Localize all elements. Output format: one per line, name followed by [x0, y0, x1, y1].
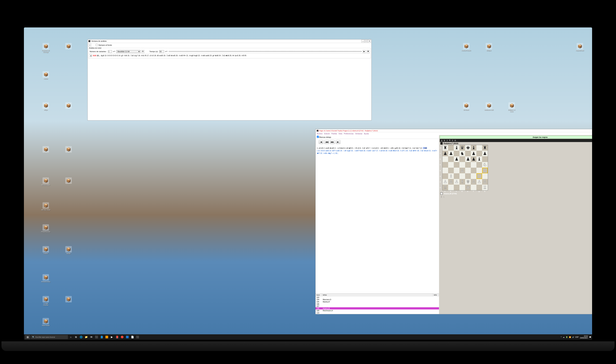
table-header[interactable]: White [322, 294, 433, 296]
desktop-icon[interactable]: 📦PhotoRecover [41, 224, 51, 233]
tray-language[interactable]: ESP [575, 336, 579, 338]
board-square[interactable] [443, 173, 448, 179]
menu-item[interactable]: Vista [339, 133, 342, 135]
board-square[interactable]: ♜ [443, 145, 448, 151]
board-square[interactable] [448, 162, 454, 168]
board-square[interactable] [471, 185, 476, 190]
table-row[interactable]: 109Reichmann,H [315, 310, 439, 312]
desktop-icon[interactable]: 📦 [64, 296, 73, 303]
analysis-window[interactable]: ⬛ Ventana de análisis — ☐ ✕ + Siempre al… [88, 39, 372, 120]
board-square[interactable] [482, 173, 488, 179]
table-header[interactable]: Whit [433, 294, 439, 296]
close-button[interactable]: ✕ [368, 40, 371, 42]
engine-select[interactable]: Stockfish 11 64 [116, 50, 140, 53]
board-square[interactable]: ♛ [459, 145, 465, 151]
desktop-icon[interactable]: 📦Eclipse [484, 43, 494, 51]
taskbar-app[interactable]: 🌐 [79, 335, 83, 339]
table-row[interactable]: 110 [315, 312, 439, 314]
table-row[interactable]: 103 [315, 296, 439, 299]
desktop-icon[interactable]: 📦MediaMonkey [41, 274, 51, 283]
nav-last-button[interactable]: ▶| [336, 140, 340, 144]
desktop-icon[interactable]: 📦Google Chrome [41, 296, 51, 306]
maximize-button[interactable]: ☐ [365, 40, 367, 42]
notifications-icon[interactable]: 💬 [589, 336, 591, 338]
board-square[interactable]: ♟ [482, 151, 488, 156]
board-square[interactable]: ♟ [443, 151, 448, 156]
table-header[interactable]: Num [315, 294, 322, 296]
board-square[interactable] [482, 168, 488, 173]
taskbar-app[interactable]: ▶ [110, 335, 114, 339]
taskbar-app[interactable]: 🔴 [120, 335, 124, 339]
board-square[interactable] [459, 162, 465, 168]
board-square[interactable]: ♙ [448, 179, 454, 184]
board-square[interactable] [448, 156, 454, 162]
taskbar-app[interactable]: 🟧 [105, 335, 109, 339]
whites-below-checkbox[interactable] [317, 136, 319, 138]
menu-item[interactable]: Preferencias [344, 133, 354, 135]
table-row[interactable]: 105Mainka,R [315, 301, 439, 303]
board-square[interactable] [454, 162, 459, 168]
menu-item[interactable]: Ventanas [355, 133, 362, 135]
board-square[interactable]: ♟ [448, 151, 454, 156]
taskbar-app[interactable]: 🟦 [125, 335, 130, 339]
search-box[interactable]: 🔍 Escribe aquí para buscar [31, 335, 68, 339]
board-square[interactable] [443, 168, 448, 173]
board-square[interactable] [448, 145, 454, 151]
board-square[interactable]: ♟ [471, 151, 476, 156]
toggle-icon[interactable]: ▲ [90, 54, 92, 57]
board-square[interactable]: ♖ [443, 185, 448, 190]
taskbar-app[interactable]: 📕 [115, 335, 119, 339]
board-square[interactable]: ♟ [471, 156, 476, 162]
taskbar-app[interactable]: 📁 [84, 335, 88, 339]
board-square[interactable]: ♟ [454, 156, 459, 162]
desktop-icon[interactable]: 📦Wondershare [41, 177, 51, 186]
variants-input[interactable] [108, 50, 112, 53]
board-square[interactable]: ♘ [482, 162, 488, 168]
taskbar-app[interactable]: ⬛ [94, 335, 99, 339]
board-square[interactable]: ♜ [482, 145, 488, 151]
menu-item[interactable]: Archivo [317, 133, 323, 135]
board-square[interactable] [465, 151, 471, 156]
board-square[interactable]: ♕ [465, 179, 471, 184]
board-square[interactable] [476, 168, 482, 173]
desktop-icon[interactable]: 📦Git Bash [461, 102, 471, 111]
board-square[interactable] [448, 168, 454, 173]
desktop-icon[interactable]: 📦Eclipse 4.4 Luna [507, 102, 516, 112]
gear-icon[interactable]: ⚙ [141, 50, 144, 53]
menu-item[interactable]: Partida [331, 133, 337, 135]
board-square[interactable] [443, 162, 448, 168]
board-square[interactable]: ♙ [443, 179, 448, 184]
tray-chevron-icon[interactable]: ^ [561, 336, 562, 338]
nav-next-button[interactable]: ▶▶ [330, 140, 335, 144]
desktop-icon[interactable]: 📦NetBeans IDE [484, 102, 494, 111]
time-input[interactable] [159, 50, 164, 53]
tray-clock[interactable]: 23:52 24/05/2021 [580, 335, 588, 339]
taskbar-app[interactable]: 📄 [130, 335, 135, 339]
desktop-icon[interactable]: 📦 [64, 43, 73, 50]
board-square[interactable] [482, 156, 488, 162]
board-square[interactable]: ♖ [482, 185, 488, 190]
tray-wifi-icon[interactable]: 📶 [569, 336, 571, 338]
desktop-icon[interactable]: 📦Firefox [41, 246, 51, 254]
board-square[interactable] [454, 168, 459, 173]
desktop-icon[interactable]: 📦WD My Cloud [41, 202, 51, 211]
board-square[interactable] [454, 151, 459, 156]
task-view-icon[interactable]: ⧉ [74, 335, 78, 339]
board-square[interactable]: ♙ [459, 168, 465, 173]
desktop-icon[interactable]: 📦 [64, 146, 73, 153]
taskbar-app[interactable]: ⬛ [135, 335, 140, 339]
board-square[interactable]: ♙ [454, 179, 459, 184]
board-square[interactable] [443, 156, 448, 162]
board-square[interactable] [476, 173, 482, 179]
board-square[interactable]: ♝ [471, 145, 476, 151]
chess-app-window[interactable]: ⬛ [ Page=41 Game:3 Eurotel Trophy Prague… [315, 129, 592, 314]
tray-volume-icon[interactable]: 🔊 [572, 336, 574, 338]
board-square[interactable]: ♞ [459, 151, 465, 156]
board-square[interactable] [459, 173, 465, 179]
chess-board[interactable]: ♜♝♛♚♝♜♟♟♞♟♟♟♟♟♝♘♙♗♙♙♙♗♕♙♙♙♖♔♖ [442, 145, 488, 190]
table-row[interactable]: 111 [315, 314, 439, 314]
desktop-icon[interactable]: 📦Media [64, 246, 73, 254]
taskbar-app[interactable]: 📘 [99, 335, 104, 339]
board-square[interactable]: ♚ [465, 145, 471, 151]
board-square[interactable] [448, 185, 454, 190]
